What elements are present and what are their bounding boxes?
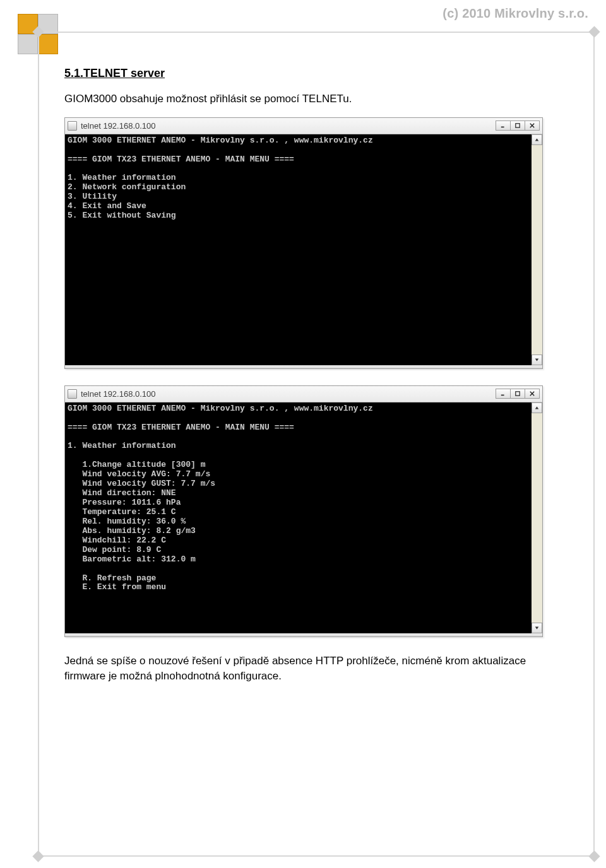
outro-paragraph: Jedná se spíše o nouzové řešení v připad…: [64, 654, 567, 684]
minimize-button[interactable]: [496, 389, 511, 399]
svg-rect-0: [501, 127, 504, 128]
app-icon: [68, 121, 77, 131]
close-icon: [530, 391, 535, 396]
minimize-icon: [501, 123, 506, 128]
scroll-down-button[interactable]: [532, 355, 542, 365]
telnet-window-main-menu: telnet 192.168.0.100 GIOM 3000 ETHERNET …: [64, 117, 543, 369]
terminal-output: GIOM 3000 ETHERNET ANEMO - Mikrovlny s.r…: [65, 134, 532, 365]
section-heading: 5.1.TELNET server: [64, 67, 567, 80]
corner-diamond-icon: [588, 850, 600, 862]
window-title: telnet 192.168.0.100: [81, 389, 492, 399]
app-icon: [68, 389, 77, 399]
scroll-down-button[interactable]: [532, 623, 542, 633]
maximize-icon: [515, 123, 520, 128]
telnet-window-weather-info: telnet 192.168.0.100 GIOM 3000 ETHERNET …: [64, 385, 543, 637]
scrollbar[interactable]: [532, 402, 542, 633]
maximize-button[interactable]: [510, 389, 525, 399]
close-button[interactable]: [525, 120, 540, 131]
window-titlebar: telnet 192.168.0.100: [65, 386, 542, 402]
maximize-button[interactable]: [510, 120, 525, 131]
maximize-icon: [515, 391, 520, 396]
minimize-button[interactable]: [496, 120, 511, 131]
corner-diamond-icon: [588, 26, 600, 37]
copyright-text: (c) 2010 Mikrovlny s.r.o.: [443, 6, 588, 21]
scroll-track[interactable]: [532, 413, 542, 623]
intro-paragraph: GIOM3000 obsahuje možnost přihlásit se p…: [64, 91, 567, 107]
scroll-up-button[interactable]: [532, 402, 542, 413]
corner-diamond-icon: [32, 850, 44, 862]
scroll-up-button[interactable]: [532, 134, 542, 145]
minimize-icon: [501, 391, 506, 396]
terminal-output: GIOM 3000 ETHERNET ANEMO - Mikrovlny s.r…: [65, 402, 532, 633]
close-button[interactable]: [525, 389, 540, 399]
scrollbar[interactable]: [532, 134, 542, 365]
svg-rect-1: [516, 124, 520, 127]
scroll-track[interactable]: [532, 145, 542, 355]
window-titlebar: telnet 192.168.0.100: [65, 118, 542, 134]
svg-rect-3: [516, 392, 520, 396]
window-title: telnet 192.168.0.100: [81, 121, 492, 131]
svg-rect-2: [501, 395, 504, 396]
close-icon: [530, 123, 535, 128]
